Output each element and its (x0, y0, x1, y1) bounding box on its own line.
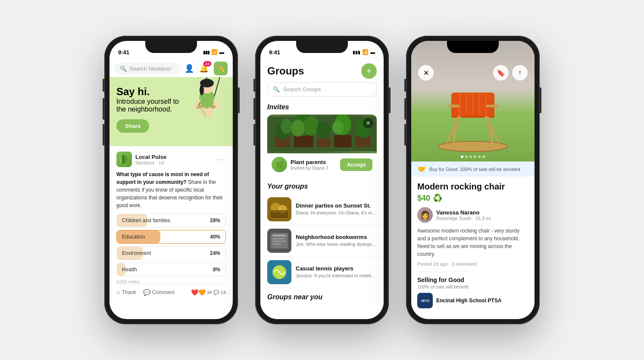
nav-bar: 🔍 Search Nextdoor 👤 🔔 23 ✏️ (109, 60, 233, 77)
phone-2-screen: 9:41 ▮▮▮ 📶 ▬ Groups + 🔍 Search Groups (260, 41, 384, 319)
group-info-dinner: Dinner parties on Sunset St. Diana: Hi e… (296, 202, 377, 216)
buy-good-text: Buy for Good: 100% of sale will be donat… (429, 167, 520, 172)
poll-options: Children and families 28% Education 40% … (116, 214, 226, 276)
neighbors-icon[interactable]: 👤 (184, 64, 194, 73)
bookmark-button[interactable]: 🔖 (493, 65, 509, 81)
group-item-tennis[interactable]: Casual tennis players Jessica: If you're… (260, 257, 384, 288)
poll-pct-3: 24% (210, 250, 220, 256)
groups-title: Groups (267, 65, 304, 77)
share-button[interactable]: Share (116, 119, 149, 133)
search-bar[interactable]: 🔍 Search Nextdoor (115, 63, 181, 74)
svg-rect-8 (208, 107, 211, 117)
thank-action[interactable]: ○ Thank (116, 289, 136, 296)
reaction-emojis: ❤️🧡 (191, 289, 206, 296)
share-product-button[interactable]: ↑ (512, 65, 528, 81)
svg-rect-39 (272, 241, 285, 242)
poll-option-1[interactable]: Children and families 28% (116, 214, 226, 227)
accept-button[interactable]: Accept (340, 158, 372, 171)
phone-2-status-icons: ▮▮▮ 📶 ▬ (353, 49, 375, 55)
dot-6 (482, 155, 485, 158)
svg-point-29 (332, 121, 344, 134)
battery-icon-2: ▬ (370, 50, 375, 55)
phone-2-content: Groups + 🔍 Search Groups Invites (260, 60, 384, 319)
phone-3-details: 🤝 Buy for Good: 100% of sale will be don… (411, 161, 535, 319)
comment-bubble-icon: 💬 (213, 290, 219, 295)
reaction-count: 34 (207, 290, 212, 295)
poll-label-2: Education (122, 234, 145, 240)
poll-pct-2: 40% (210, 234, 220, 240)
post-avatar (116, 152, 132, 167)
seller-name: Vanessa Narano (436, 209, 491, 216)
svg-point-26 (303, 117, 319, 136)
close-button[interactable]: ✕ (418, 65, 434, 81)
signal-icon-2: ▮▮▮ (353, 50, 360, 55)
recycle-icon: ♻️ (433, 193, 442, 203)
group-info-tennis: Casual tennis players Jessica: If you're… (296, 265, 377, 279)
svg-point-23 (281, 118, 292, 134)
selling-good-title: Selling for Good (417, 276, 528, 283)
groups-header: Groups + (260, 60, 384, 81)
invite-by-text: Invited by David J. (291, 165, 337, 171)
product-title: Modern rocking chair (417, 182, 528, 192)
svg-rect-14 (124, 156, 128, 163)
svg-rect-7 (202, 107, 205, 117)
invite-close-button[interactable]: ✕ (363, 118, 373, 128)
post-author-sub: Nextdoor · 1d (135, 160, 217, 165)
poll-option-3[interactable]: Environment 24% (116, 246, 226, 260)
invites-label: Invites (260, 102, 384, 115)
svg-point-43 (438, 141, 507, 152)
comment-label: Comment (152, 289, 175, 295)
comment-action[interactable]: 💬 Comment (143, 289, 175, 296)
hero-text: Say hi. Introduce yourself to the neighb… (116, 86, 179, 133)
compose-button[interactable]: ✏️ (214, 62, 228, 75)
group-item-books[interactable]: Neighborhood bookworms Jon: Who else lov… (260, 225, 384, 257)
svg-rect-38 (272, 238, 284, 239)
poll-label-3: Environment (122, 250, 151, 256)
group-item-dinner[interactable]: Dinner parties on Sunset St. Diana: Hi e… (260, 194, 384, 225)
invite-group-image: ✕ (267, 115, 377, 153)
group-preview-tennis: Jessica: If you're interested in meeting… (296, 273, 377, 279)
org-logo: JETS (417, 293, 433, 308)
svg-rect-19 (317, 138, 330, 147)
svg-rect-34 (271, 210, 288, 218)
compose-icon: ✏️ (217, 65, 225, 72)
svg-point-6 (200, 85, 204, 95)
buy-for-good-banner: 🤝 Buy for Good: 100% of sale will be don… (411, 161, 535, 177)
notification-badge: 23 (203, 61, 211, 66)
group-info-books: Neighborhood bookworms Jon: Who else lov… (296, 234, 377, 247)
comment-icon: 💬 (143, 289, 150, 296)
invite-card: ✕ 🌿 Plant parents Invited by David J. Ac… (267, 115, 377, 176)
group-name-dinner: Dinner parties on Sunset St. (296, 202, 377, 209)
hero-illustration (172, 77, 233, 146)
svg-rect-40 (272, 243, 281, 245)
post-body: What type of cause is most in need of su… (116, 171, 226, 209)
post-meta: Local Pulse Nextdoor · 1d (135, 154, 217, 165)
post-card: Local Pulse Nextdoor · 1d ··· What type … (109, 146, 233, 301)
hero-banner: Say hi. Introduce yourself to the neighb… (109, 77, 233, 146)
dot-4 (474, 155, 476, 158)
group-thumb-tennis (267, 260, 291, 284)
invite-info: 🌿 Plant parents Invited by David J. Acce… (267, 153, 377, 176)
wifi-icon-2: 📶 (362, 49, 369, 55)
search-icon: 🔍 (120, 65, 127, 72)
dot-5 (478, 155, 481, 158)
poll-option-2[interactable]: Education 40% (116, 230, 226, 244)
groups-search[interactable]: 🔍 Search Groups (267, 82, 377, 96)
poll-pct-4: 8% (213, 267, 220, 273)
image-dots (461, 155, 485, 158)
group-preview-dinner: Diana: Hi everyone. I'm Diana, it's nice… (296, 210, 377, 216)
add-group-button[interactable]: + (361, 63, 377, 79)
dot-1 (461, 155, 463, 158)
phone-1-content: 🔍 Search Nextdoor 👤 🔔 23 ✏️ (109, 60, 233, 319)
battery-icon: ▬ (219, 50, 224, 55)
svg-point-25 (291, 120, 305, 137)
notifications-icon[interactable]: 🔔 23 (199, 64, 209, 73)
post-more-button[interactable]: ··· (217, 155, 226, 164)
phone-1-notch (145, 41, 197, 53)
poll-option-4[interactable]: Health 8% (116, 263, 226, 276)
search-placeholder: Search Nextdoor (129, 65, 172, 72)
product-price: $40 ♻️ (417, 193, 528, 203)
phone-2-notch (296, 41, 348, 53)
product-description: Awesome modern rocking chair - very stur… (417, 227, 528, 258)
invite-group-name: Plant parents (291, 159, 337, 165)
